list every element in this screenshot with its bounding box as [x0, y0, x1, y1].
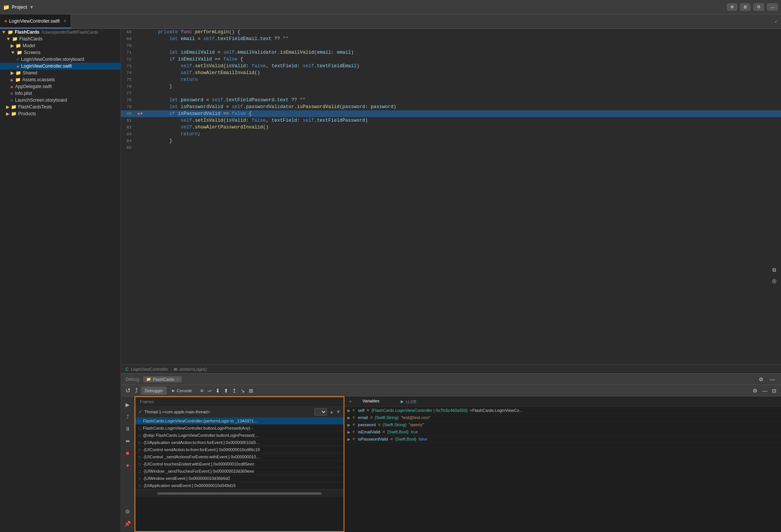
line-content-73: self.setIsValid(isValid: false, textFiel… — [144, 63, 781, 70]
frame-copy-icon-1: □ — [138, 426, 141, 430]
sidebar-item-info-plist[interactable]: ≡ Info.plist — [0, 90, 121, 97]
debug-continue-btn[interactable]: ↥ — [231, 387, 238, 394]
sidebar-item-shared[interactable]: ▶ 📁 Shared — [0, 70, 121, 76]
sidebar-item-assets[interactable]: ▶ 📁 Assets.xcassets — [0, 76, 121, 83]
line-content-78: let password = self.textFieldPassword.te… — [144, 97, 781, 104]
code-line-77: 77 — [121, 90, 781, 97]
products-folder-icon: 📁 — [11, 111, 17, 116]
breadcrumb-m-icon: m — [174, 367, 177, 371]
debug-pause-btn[interactable]: ↘ — [239, 387, 246, 394]
vars-add-btn[interactable]: + — [349, 399, 352, 404]
debug-settings-btn[interactable]: ⚙ — [757, 376, 765, 383]
toolbar-btn-globe[interactable]: ⊕ — [727, 3, 737, 11]
debug-panel-settings[interactable]: ⚙ — [751, 387, 759, 394]
action-step-over[interactable]: ⬌ — [122, 436, 133, 446]
debug-tab-debugger[interactable]: Debugger — [141, 387, 167, 395]
sidebar-item-appdelegate[interactable]: ■ AppDelegate.swift — [0, 83, 121, 90]
frame-label-4: -[UIControl sendAction:to:from:forEvent:… — [143, 447, 260, 452]
thread-row[interactable]: ✓ Thread-1-<com.apple.main-thread> ▲ ▼ — [135, 407, 344, 418]
frame-copy-icon-4: □ — [138, 448, 141, 452]
tab-close-icon[interactable]: × — [64, 19, 66, 24]
frame-row-5[interactable]: □ -[UIControl _sendActionsForEvents:with… — [135, 453, 344, 461]
toolbar-btn-settings[interactable]: ⚙ — [753, 3, 764, 11]
action-pin[interactable]: 📌 — [122, 518, 133, 529]
line-gutter-70 — [136, 42, 144, 49]
debug-session-close-icon[interactable]: × — [177, 377, 179, 382]
action-stop[interactable]: ■ — [122, 448, 133, 458]
code-line-71: 71 let isEmailValid = self.emailValidato… — [121, 49, 781, 56]
vars-tab-lldb[interactable]: LLDB — [406, 399, 417, 404]
sidebar-item-flashcards[interactable]: ▼ 📁 FlashCards — [0, 36, 121, 42]
frame-row-1[interactable]: □ FlashCards.LoginViewController.buttonL… — [135, 425, 344, 432]
frame-row-3[interactable]: □ -[UIApplication sendAction:to:from:for… — [135, 439, 344, 446]
frame-label-9: -[UIApplication sendEvent:] 0x000000010d… — [143, 483, 236, 488]
debug-session-tab[interactable]: 📁 FlashCards × — [143, 376, 182, 382]
code-line-72: 72 if isEmailValid == false { — [121, 56, 781, 63]
thread-up-icon[interactable]: ▲ — [329, 409, 334, 414]
sidebar-item-flashcardstests[interactable]: ▶ 📁 FlashCardsTests — [0, 104, 121, 110]
action-continue[interactable]: ▶ — [122, 399, 133, 410]
vars-header: + Variables ▶ LLDB — [344, 396, 781, 407]
var-arrow-password: ▶ — [347, 423, 350, 427]
sidebar-item-screens[interactable]: ▼ 📁 Screens — [0, 49, 121, 56]
frame-row-9[interactable]: □ -[UIApplication sendEvent:] 0x00000001… — [135, 482, 344, 489]
thread-down-icon[interactable]: ▼ — [336, 409, 341, 414]
code-line-78: 78 let password = self.textFieldPassword… — [121, 97, 781, 104]
debug-step-out-btn[interactable]: ⬆ — [222, 387, 230, 394]
action-navigate[interactable]: ⤴ — [122, 411, 133, 422]
vars-tab-variables[interactable]: Variables — [363, 399, 380, 404]
line-num-68: 68 — [121, 29, 136, 36]
frames-scrollbar[interactable] — [135, 489, 344, 497]
var-arrow-email: ▶ — [347, 416, 350, 420]
tab-loginviewcontroller-swift[interactable]: ■ LoginViewController.swift × — [0, 14, 71, 28]
toolbar-btn-split[interactable]: ⊞ — [740, 3, 750, 11]
breadcrumb-method: performLogin() — [180, 367, 207, 371]
code-editor[interactable]: 68 private func performLogin() { 69 let … — [121, 29, 781, 364]
line-gutter-77 — [136, 90, 144, 97]
sidebar-item-products[interactable]: ▶ 📁 Products — [0, 110, 121, 117]
var-row-isPasswordValid: ▶ ≡ isPasswordValid = {Swift.Bool} false — [344, 436, 781, 443]
debug-tab-console-label: Console — [177, 388, 192, 393]
sidebar-root[interactable]: ▼ 📁 FlashCards /Users/jsmith/Swift/Flash… — [0, 29, 121, 36]
debug-console-icon: ▶ — [172, 388, 175, 393]
debug-navigate-btn[interactable]: ⤴ — [133, 387, 139, 395]
sidebar-item-model[interactable]: ▶ 📁 Model — [0, 42, 121, 49]
action-breakpoint[interactable]: ● — [122, 460, 133, 470]
project-dropdown-icon[interactable]: ▼ — [29, 5, 34, 10]
debug-panel-split[interactable]: ⊟ — [770, 387, 778, 394]
var-eq-icon-isEmailValid: ≡ — [353, 430, 355, 434]
var-key-email: email — [358, 415, 368, 420]
frame-row-4[interactable]: □ -[UIControl sendAction:to:from:forEven… — [135, 446, 344, 453]
frame-row-8[interactable]: □ -[UIWindow sendEvent:] 0x000000010d36b… — [135, 475, 344, 482]
frame-row-0[interactable]: □ FlashCards.LoginViewController.(perfor… — [135, 418, 344, 425]
frame-row-6[interactable]: □ -[UIControl touchesEnded:withEvent:] 0… — [135, 461, 344, 468]
debug-panel-minimize[interactable]: — — [761, 387, 769, 394]
sidebar-item-launchscreen[interactable]: ≡ LaunchScreen.storyboard — [0, 97, 121, 104]
debug-tab-console[interactable]: ▶ Console — [168, 387, 195, 395]
flashcardstests-folder-icon: 📁 — [11, 104, 17, 110]
breadcrumb-c-icon: C — [126, 367, 129, 371]
frame-row-2[interactable]: □ @objc FlashCards.LoginViewController.b… — [135, 432, 344, 439]
debug-refresh-btn[interactable]: ↺ — [124, 386, 132, 395]
sidebar-item-loginvc-storyboard[interactable]: ≡ LoginViewController.storyboard — [0, 56, 121, 63]
var-val-self: <FlashCards.LoginViewCo… — [470, 408, 523, 413]
appdelegate-swift-icon: ■ — [11, 85, 13, 89]
line-gutter-82 — [136, 124, 144, 131]
debug-grid-btn[interactable]: ⊞ — [247, 387, 255, 394]
action-pause[interactable]: ⏸ — [122, 424, 133, 434]
frame-row-7[interactable]: □ -[UIWindow _sendTouchesForEvent:] 0x00… — [135, 468, 344, 475]
toolbar-btn-minimize[interactable]: — — [767, 3, 778, 11]
debug-close-btn[interactable]: — — [768, 376, 776, 383]
code-line-83: 83 return; — [121, 131, 781, 138]
debug-step-in-btn[interactable]: ⬇ — [214, 387, 222, 394]
action-settings-bottom[interactable]: ⚙ — [122, 506, 133, 517]
thread-selector[interactable] — [314, 408, 327, 416]
debug-step-over-btn[interactable]: ⤻ — [206, 387, 213, 394]
debug-lines-btn[interactable]: ≡ — [199, 387, 205, 394]
line-content-74: self.showAlertEmailInvalid() — [144, 70, 781, 76]
line-num-72: 72 — [121, 56, 136, 63]
var-val-isPasswordValid: false — [418, 437, 427, 441]
debug-panel-title-area: Debug: 📁 FlashCards × — [126, 376, 182, 382]
line-gutter-79 — [136, 104, 144, 110]
sidebar-item-loginvc-swift[interactable]: ■ LoginViewController.swift — [0, 63, 121, 70]
